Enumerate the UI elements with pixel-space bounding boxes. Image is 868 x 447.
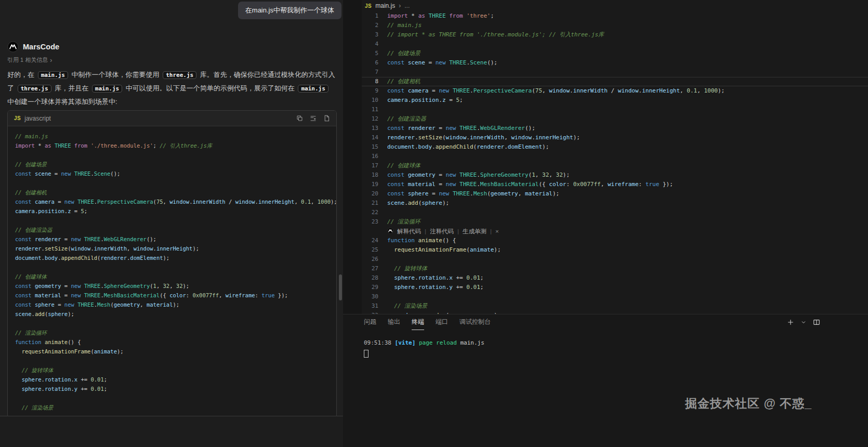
code-line [15, 178, 329, 188]
editor-line[interactable]: 17// 创建球体 [362, 161, 868, 170]
code-line [15, 356, 329, 365]
line-number[interactable]: 31 [362, 301, 378, 311]
editor[interactable]: JS main.js › ... 1import * as THREE from… [343, 0, 868, 314]
split-terminal-icon[interactable] [813, 319, 820, 326]
line-number[interactable]: 8 [362, 77, 378, 86]
line-number[interactable]: 6 [362, 58, 378, 68]
line-number[interactable]: 20 [362, 189, 378, 199]
new-file-icon[interactable] [323, 115, 330, 122]
terminal-cursor [364, 350, 369, 358]
line-number[interactable]: 14 [362, 133, 378, 142]
tab-output[interactable]: 输出 [388, 314, 400, 330]
editor-line[interactable]: 9const camera = new THREE.PerspectiveCam… [362, 86, 868, 96]
generate-test-action[interactable]: 生成单测 [463, 228, 486, 235]
code-line: // main.js [15, 132, 329, 141]
editor-line[interactable]: 30 [362, 292, 868, 301]
line-number[interactable]: 27 [362, 264, 378, 273]
editor-line[interactable]: 12// 创建渲染器 [362, 114, 868, 124]
editor-line[interactable]: 29 sphere.rotation.y += 0.01; [362, 283, 868, 292]
code-line: // 旋转球体 [15, 365, 329, 375]
line-number[interactable]: 1 [362, 11, 378, 21]
line-number[interactable]: 9 [362, 86, 378, 96]
explain-code-action[interactable]: 解释代码 [397, 228, 421, 235]
line-number[interactable]: 12 [362, 114, 378, 124]
watermark: 掘金技术社区 @ 不惑_ [685, 396, 812, 412]
code-line: sphere.rotation.y += 0.01; [15, 384, 329, 393]
line-number[interactable]: 7 [362, 68, 378, 77]
editor-line[interactable]: 26 [362, 255, 868, 264]
line-number[interactable]: 23 [362, 217, 378, 227]
editor-line[interactable]: 27 // 旋转球体 [362, 264, 868, 273]
editor-line[interactable]: 28 sphere.rotation.x += 0.01; [362, 273, 868, 283]
citation-text: 引用 1 相关信息 [7, 56, 48, 64]
copy-icon[interactable] [296, 115, 303, 122]
breadcrumb-file[interactable]: main.js [375, 2, 395, 9]
close-icon[interactable]: × [495, 228, 499, 234]
line-number[interactable]: 26 [362, 255, 378, 264]
citation-link[interactable]: 引用 1 相关信息 › [7, 56, 337, 64]
editor-line[interactable]: 20const sphere = new THREE.Mesh(geometry… [362, 189, 868, 199]
line-number[interactable]: 17 [362, 161, 378, 170]
editor-line[interactable]: 14renderer.setSize(window.innerWidth, wi… [362, 133, 868, 142]
editor-line[interactable]: 31 // 渲染场景 [362, 301, 868, 311]
code-block-actions [296, 115, 330, 122]
terminal[interactable]: 09:51:38 [vite] page reload main.js [364, 338, 868, 358]
line-number[interactable]: 30 [362, 292, 378, 301]
breadcrumb[interactable]: JS main.js › ... [362, 0, 868, 11]
line-number[interactable]: 19 [362, 180, 378, 189]
editor-line[interactable]: 24function animate() { [362, 236, 868, 245]
line-number[interactable]: 29 [362, 283, 378, 292]
insert-code-icon[interactable] [310, 115, 317, 122]
editor-line[interactable]: 10camera.position.z = 5; [362, 96, 868, 105]
editor-line[interactable]: 8// 创建相机 [362, 77, 868, 86]
code-line: const material = new THREE.MeshBasicMate… [15, 291, 329, 300]
editor-group: JS main.js › ... 1import * as THREE from… [343, 0, 868, 447]
editor-line[interactable]: 6const scene = new THREE.Scene(); [362, 58, 868, 68]
editor-line[interactable]: 4 [362, 40, 868, 49]
editor-line[interactable]: 22 [362, 208, 868, 217]
editor-line[interactable]: 1import * as THREE from 'three'; [362, 11, 868, 21]
line-number[interactable]: 5 [362, 49, 378, 58]
new-terminal-icon[interactable] [787, 319, 794, 326]
breadcrumb-more[interactable]: ... [404, 2, 410, 9]
line-number[interactable]: 16 [362, 152, 378, 161]
chat-scrollbar[interactable] [339, 274, 342, 300]
chat-code-block: JS javascript // main.jsimpo [7, 110, 337, 418]
editor-line[interactable]: 5// 创建场景 [362, 49, 868, 58]
comment-code-action[interactable]: 注释代码 [430, 228, 454, 235]
inline-code-chip: main.js [92, 85, 122, 93]
line-number[interactable]: 18 [362, 170, 378, 180]
editor-line[interactable]: 25 requestAnimationFrame(animate); [362, 245, 868, 255]
line-number[interactable]: 21 [362, 199, 378, 208]
line-number[interactable]: 25 [362, 245, 378, 255]
tab-problems[interactable]: 问题 [364, 314, 376, 330]
code-line: // 渲染场景 [15, 403, 329, 412]
line-number[interactable]: 28 [362, 273, 378, 283]
line-number[interactable]: 11 [362, 105, 378, 114]
editor-line[interactable]: 13const renderer = new THREE.WebGLRender… [362, 124, 868, 133]
tab-ports[interactable]: 端口 [436, 314, 448, 330]
line-number[interactable]: 13 [362, 124, 378, 133]
tab-terminal[interactable]: 终端 [412, 314, 424, 330]
line-number[interactable]: 10 [362, 96, 378, 105]
editor-line[interactable]: 7 [362, 68, 868, 77]
chevron-down-icon[interactable] [800, 319, 807, 325]
editor-line[interactable]: 3// import * as THREE from './three.modu… [362, 30, 868, 40]
tab-debug-console[interactable]: 调试控制台 [459, 314, 491, 330]
line-number[interactable]: 4 [362, 40, 378, 49]
line-number[interactable]: 3 [362, 30, 378, 40]
code-block-header: JS javascript [8, 111, 336, 126]
line-number[interactable]: 2 [362, 21, 378, 30]
editor-line[interactable]: 15document.body.appendChild(renderer.dom… [362, 142, 868, 152]
line-number[interactable]: 15 [362, 142, 378, 152]
terminal-output-line: 09:51:38 [vite] page reload main.js [364, 338, 868, 348]
editor-line[interactable]: 16 [362, 152, 868, 161]
editor-line[interactable]: 18const geometry = new THREE.SphereGeome… [362, 170, 868, 180]
line-number[interactable]: 22 [362, 208, 378, 217]
editor-line[interactable]: 21scene.add(sphere); [362, 199, 868, 208]
editor-line[interactable]: 2// main.js [362, 21, 868, 30]
editor-line[interactable]: 19const material = new THREE.MeshBasicMa… [362, 180, 868, 189]
line-number[interactable]: 24 [362, 236, 378, 245]
editor-line[interactable]: 11 [362, 105, 868, 114]
editor-line[interactable]: 23// 渲染循环 [362, 217, 868, 227]
